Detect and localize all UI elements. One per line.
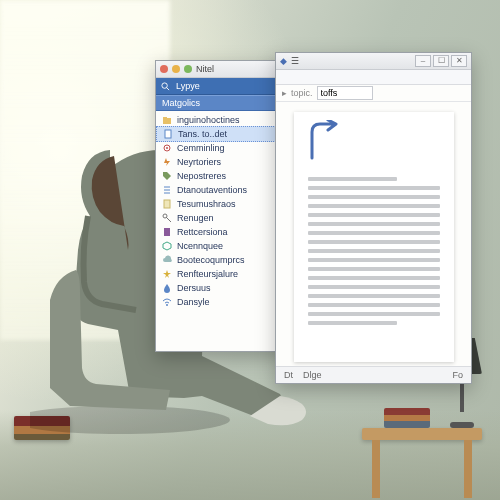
toolbar-label: Lypye <box>176 81 200 91</box>
minimize-icon[interactable] <box>172 65 180 73</box>
drop-icon <box>162 283 172 293</box>
close-button[interactable]: ✕ <box>451 55 467 67</box>
list-item[interactable]: Dtanoutaventions <box>156 183 286 197</box>
note-icon <box>162 199 172 209</box>
explorer-toolbar[interactable]: Lypye <box>156 78 286 95</box>
list-item[interactable]: Ncennquee <box>156 239 286 253</box>
path-label: topic. <box>291 88 313 98</box>
folder-icon <box>162 115 172 125</box>
svg-line-3 <box>166 87 169 90</box>
explorer-body: MatgolicsinguinohoctinesTans. to..detCem… <box>156 95 286 311</box>
list-item[interactable]: Dersuus <box>156 281 286 295</box>
list-item[interactable]: Tans. to..det <box>156 126 286 142</box>
wifi-icon <box>162 297 172 307</box>
item-label: Renugen <box>177 213 214 223</box>
list-item[interactable]: Bootecoqumprcs <box>156 253 286 267</box>
list-item[interactable]: Nepostreres <box>156 169 286 183</box>
status-mid: Dlge <box>303 370 322 380</box>
maximize-icon[interactable] <box>184 65 192 73</box>
menu-icon[interactable]: ☰ <box>291 56 299 66</box>
item-label: Ncennquee <box>177 241 223 251</box>
item-label: Rettcersiona <box>177 227 228 237</box>
titlebar[interactable]: ◆ ☰ – ☐ ✕ <box>276 53 471 70</box>
bolt-icon <box>162 157 172 167</box>
side-table <box>362 428 482 440</box>
svg-rect-5 <box>163 117 167 119</box>
doc-icon <box>163 129 173 139</box>
item-label: inguinohoctines <box>177 115 240 125</box>
svg-rect-6 <box>165 130 171 138</box>
menubar[interactable] <box>276 70 471 85</box>
app-icon: ◆ <box>280 56 287 66</box>
document-page[interactable] <box>294 112 454 362</box>
path-bar[interactable]: ▸ topic. <box>276 85 471 102</box>
books <box>384 408 430 428</box>
item-label: Dansyle <box>177 297 210 307</box>
minimize-button[interactable]: – <box>415 55 431 67</box>
svg-rect-11 <box>164 228 170 236</box>
svg-rect-9 <box>164 200 170 208</box>
list-item[interactable]: inguinohoctines <box>156 113 286 127</box>
list-item[interactable]: Dansyle <box>156 295 286 309</box>
list-item[interactable]: Renfteursjalure <box>156 267 286 281</box>
status-left: Dt <box>284 370 293 380</box>
gear-icon <box>162 143 172 153</box>
item-label: Nepostreres <box>177 171 226 181</box>
file-list: inguinohoctinesTans. to..detCemminlingNe… <box>156 111 286 311</box>
section-header[interactable]: Matgolics <box>156 95 286 111</box>
svg-point-8 <box>166 147 168 149</box>
chevron-right-icon: ▸ <box>282 88 287 98</box>
maximize-button[interactable]: ☐ <box>433 55 449 67</box>
table-leg <box>372 440 380 498</box>
cloud-icon <box>162 255 172 265</box>
item-label: Dtanoutaventions <box>177 185 247 195</box>
table-leg <box>464 440 472 498</box>
status-bar: Dt Dlge Fo <box>276 366 471 383</box>
item-label: Tesumushraos <box>177 199 236 209</box>
item-label: Tans. to..det <box>178 129 227 139</box>
item-label: Cemminling <box>177 143 225 153</box>
file-explorer-window[interactable]: Nitel Lypye MatgolicsinguinohoctinesTans… <box>155 60 287 352</box>
list-icon <box>162 185 172 195</box>
item-label: Neyrtoriers <box>177 157 221 167</box>
tag-icon <box>162 171 172 181</box>
close-icon[interactable] <box>160 65 168 73</box>
editor-window[interactable]: ◆ ☰ – ☐ ✕ ▸ topic. <box>275 52 472 384</box>
list-item[interactable]: Tesumushraos <box>156 197 286 211</box>
window-title: Nitel <box>196 64 282 74</box>
return-arrow-icon <box>306 120 340 162</box>
cube-icon <box>162 241 172 251</box>
svg-point-12 <box>166 304 168 306</box>
books <box>14 416 70 440</box>
list-item[interactable]: Renugen <box>156 211 286 225</box>
item-label: Bootecoqumprcs <box>177 255 245 265</box>
list-item[interactable]: Neyrtoriers <box>156 155 286 169</box>
book-icon <box>162 227 172 237</box>
star-icon <box>162 269 172 279</box>
list-item[interactable]: Cemminling <box>156 141 286 155</box>
item-label: Dersuus <box>177 283 211 293</box>
search-icon[interactable] <box>161 82 170 91</box>
key-icon <box>162 213 172 223</box>
item-label: Renfteursjalure <box>177 269 238 279</box>
status-right: Fo <box>452 370 463 380</box>
document-body <box>308 172 440 330</box>
titlebar[interactable]: Nitel <box>156 61 286 78</box>
list-item[interactable]: Rettcersiona <box>156 225 286 239</box>
scene: Nitel Lypye MatgolicsinguinohoctinesTans… <box>0 0 500 500</box>
path-input[interactable] <box>317 86 373 100</box>
